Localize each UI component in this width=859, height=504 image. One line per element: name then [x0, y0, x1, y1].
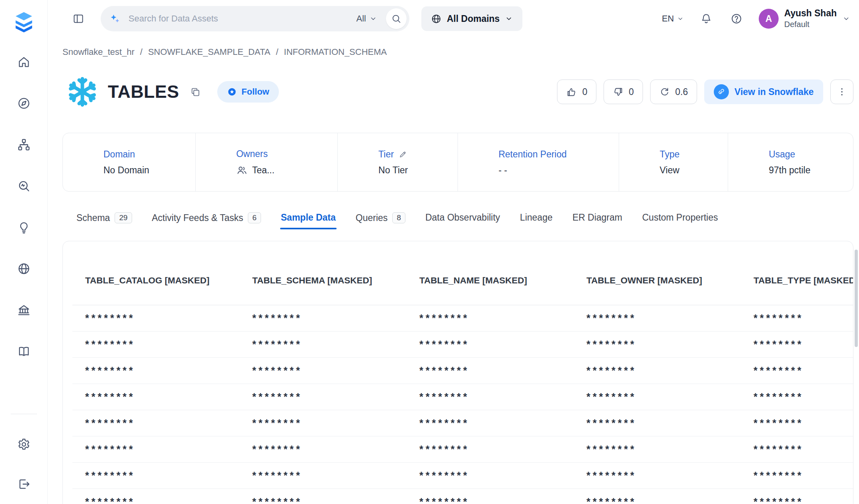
- table-row: ****************************************: [72, 410, 853, 436]
- masked-cell: ********: [574, 489, 741, 504]
- masked-cell: ********: [72, 358, 240, 384]
- scrollbar-thumb[interactable]: [855, 250, 858, 347]
- notifications-button[interactable]: [698, 11, 714, 27]
- domains-dropdown[interactable]: All Domains: [421, 6, 522, 31]
- sidebar-toggle-button[interactable]: [70, 10, 87, 27]
- sidebar-item-settings[interactable]: [14, 435, 33, 454]
- sidebar-item-observability[interactable]: [14, 176, 33, 196]
- tab-label: Schema: [76, 213, 110, 223]
- column-header: TABLE_NAME [MASKED]: [407, 248, 574, 305]
- summary-value: No Tier: [378, 165, 408, 176]
- masked-cell: ********: [741, 436, 853, 463]
- tab-label: Activity Feeds & Tasks: [152, 213, 243, 223]
- search-button[interactable]: [386, 8, 407, 29]
- tab-activity-feeds[interactable]: Activity Feeds & Tasks 6: [151, 211, 262, 230]
- search-input[interactable]: [129, 14, 351, 24]
- edit-pencil-icon[interactable]: [399, 150, 407, 159]
- summary-label-row[interactable]: Domain: [103, 149, 195, 160]
- tab-custom-properties[interactable]: Custom Properties: [641, 211, 719, 229]
- tab-count-badge: 8: [392, 212, 405, 223]
- masked-cell: ********: [240, 305, 407, 331]
- table-row: ****************************************: [72, 331, 853, 358]
- summary-label-row[interactable]: Tier: [378, 149, 458, 160]
- entity-header: TABLES Follow 0: [62, 72, 853, 111]
- summary-usage: Usage 97th pctile: [728, 133, 853, 191]
- tab-label: ER Diagram: [573, 212, 622, 223]
- masked-cell: ********: [240, 436, 407, 463]
- chevron-down-icon: [369, 15, 377, 23]
- masked-cell: ********: [407, 358, 574, 384]
- masked-cell: ********: [741, 410, 853, 436]
- masked-cell: ********: [240, 489, 407, 504]
- summary-label-row[interactable]: Usage: [769, 149, 853, 160]
- summary-retention-period: Retention Period - -: [458, 133, 619, 191]
- masked-cell: ********: [240, 463, 407, 489]
- refresh-icon: [659, 87, 670, 97]
- tab-queries[interactable]: Queries 8: [355, 211, 406, 230]
- search-pulse-icon: [17, 179, 31, 193]
- sidebar-item-domains[interactable]: [14, 259, 33, 278]
- summary-label-row[interactable]: Owners: [236, 149, 337, 159]
- user-team: Default: [784, 19, 837, 29]
- downvote-button[interactable]: 0: [604, 79, 643, 104]
- tab-schema[interactable]: Schema 29: [76, 211, 133, 230]
- bank-icon: [17, 303, 31, 317]
- masked-cell: ********: [407, 489, 574, 504]
- sidebar-item-govern[interactable]: [14, 300, 33, 320]
- breadcrumb-item-service[interactable]: Snowflake_test_hr: [62, 47, 134, 57]
- masked-cell: ********: [240, 358, 407, 384]
- breadcrumb-item-schema[interactable]: INFORMATION_SCHEMA: [284, 47, 387, 57]
- masked-cell: ********: [407, 410, 574, 436]
- sidebar-item-insights[interactable]: [14, 218, 33, 237]
- search-scope-dropdown[interactable]: All: [356, 14, 380, 24]
- breadcrumb-separator: /: [276, 47, 278, 57]
- link-icon: [717, 87, 726, 96]
- follow-button[interactable]: Follow: [217, 81, 279, 103]
- masked-cell: ********: [240, 384, 407, 410]
- masked-cell: ********: [741, 489, 853, 504]
- masked-cell: ********: [72, 331, 240, 358]
- tab-count-badge: 6: [248, 212, 261, 223]
- view-in-service-button[interactable]: View in Snowflake: [704, 79, 823, 104]
- app-logo[interactable]: [12, 10, 36, 36]
- sidebar-item-explore[interactable]: [14, 94, 33, 113]
- masked-cell: ********: [574, 305, 741, 331]
- summary-value: No Domain: [103, 165, 149, 176]
- upvote-button[interactable]: 0: [557, 79, 596, 104]
- tab-data-observability[interactable]: Data Observability: [425, 211, 501, 229]
- user-menu[interactable]: A Ayush Shah Default: [759, 8, 850, 29]
- help-icon: [730, 13, 742, 25]
- summary-owners: Owners Tea...: [196, 133, 338, 191]
- sidebar-nav: [14, 52, 33, 361]
- masked-cell: ********: [72, 305, 240, 331]
- language-selector[interactable]: EN: [662, 14, 684, 24]
- masked-cell: ********: [741, 463, 853, 489]
- breadcrumb-item-database[interactable]: SNOWFLAKE_SAMPLE_DATA: [148, 47, 270, 57]
- table-row: ****************************************: [72, 489, 853, 504]
- masked-cell: ********: [72, 489, 240, 504]
- search-scope-label: All: [356, 14, 366, 24]
- summary-label-row[interactable]: Retention Period: [499, 149, 619, 160]
- table-row: ****************************************: [72, 305, 853, 331]
- help-button[interactable]: [728, 11, 744, 27]
- breadcrumb-separator: /: [140, 47, 142, 57]
- entity-summary-card: Domain No Domain Owners Tea... Tier: [62, 133, 853, 192]
- sidebar-item-data-assets[interactable]: [14, 135, 33, 154]
- layers-logo-icon: [12, 10, 36, 34]
- tab-er-diagram[interactable]: ER Diagram: [572, 211, 623, 229]
- sidebar-item-home[interactable]: [14, 52, 33, 72]
- team-icon: [236, 165, 247, 176]
- masked-cell: ********: [407, 384, 574, 410]
- more-options-button[interactable]: [830, 79, 853, 104]
- ai-search-button[interactable]: [107, 11, 123, 27]
- tab-sample-data[interactable]: Sample Data: [280, 211, 337, 229]
- summary-label-row[interactable]: Type: [660, 149, 728, 160]
- sidebar-item-glossary[interactable]: [14, 342, 33, 361]
- quality-score-button[interactable]: 0.6: [650, 79, 697, 104]
- sidebar-item-logout[interactable]: [14, 475, 33, 494]
- summary-label: Retention Period: [499, 149, 567, 160]
- tab-lineage[interactable]: Lineage: [519, 211, 553, 229]
- summary-value-row: No Tier: [378, 165, 458, 176]
- column-header: TABLE_CATALOG [MASKED]: [72, 248, 240, 305]
- copy-name-button[interactable]: [188, 84, 203, 99]
